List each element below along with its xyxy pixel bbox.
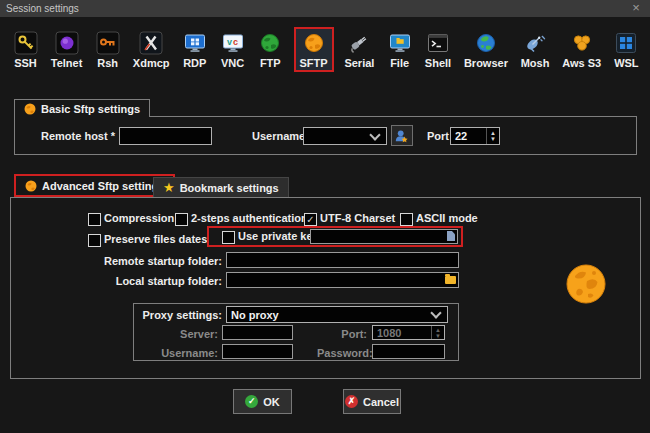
utf8-charset-label: UTF-8 Charset — [320, 212, 395, 224]
proxy-username-label: Username: — [152, 347, 218, 359]
ftp-globe-icon — [258, 30, 283, 55]
proxy-username-input[interactable] — [222, 344, 293, 359]
session-type-label: File — [390, 57, 409, 69]
local-startup-folder-input[interactable] — [226, 272, 459, 288]
session-type-bar: SSH Telnet Rsh Xdmcp RDP — [11, 27, 641, 72]
session-type-mosh[interactable]: Mosh — [519, 27, 552, 72]
session-type-label: Xdmcp — [133, 57, 170, 69]
sftp-globe-icon — [301, 30, 326, 55]
ok-button-label: OK — [263, 396, 280, 408]
browser-globe-icon — [473, 30, 498, 55]
username-label: Username — [252, 130, 305, 142]
username-combobox[interactable] — [303, 127, 387, 145]
session-type-aws-s3[interactable]: Aws S3 — [560, 27, 603, 72]
session-type-rdp[interactable]: RDP — [180, 27, 209, 72]
proxy-server-input[interactable] — [222, 325, 293, 340]
two-steps-authentication-checkbox[interactable] — [175, 213, 188, 226]
svg-text:v: v — [227, 36, 232, 46]
remote-startup-folder-label: Remote startup folder: — [100, 255, 222, 267]
tab-basic-sftp-settings[interactable]: Basic Sftp settings — [14, 99, 150, 117]
private-key-highlight-box — [207, 226, 463, 247]
preserve-files-dates-label: Preserve files dates — [104, 233, 207, 245]
vnc-monitor-icon: vc — [220, 30, 245, 55]
remote-host-label: Remote host * — [30, 130, 115, 142]
cancel-button-label: Cancel — [363, 396, 399, 408]
remote-host-input[interactable] — [119, 127, 212, 145]
local-startup-folder-label: Local startup folder: — [100, 275, 222, 287]
mosh-satellite-icon — [523, 30, 548, 55]
session-type-wsl[interactable]: WSL — [612, 27, 641, 72]
title-bar: Session settings × — [0, 0, 650, 17]
spinner-arrows-icon: ▲▼ — [431, 326, 444, 339]
proxy-port-label: Port: — [317, 328, 367, 340]
session-type-vnc[interactable]: vc VNC — [218, 27, 247, 72]
rsh-key-icon — [95, 30, 120, 55]
check-circle-icon: ✓ — [245, 395, 258, 408]
serial-plug-icon — [347, 30, 372, 55]
shell-terminal-icon — [426, 30, 451, 55]
user-add-icon — [394, 128, 410, 144]
ssh-key-icon — [13, 30, 38, 55]
window-title: Session settings — [0, 3, 79, 14]
tab-bookmark-settings[interactable]: ★ Bookmark settings — [153, 177, 289, 197]
remote-startup-folder-input[interactable] — [226, 252, 459, 268]
session-type-label: Mosh — [521, 57, 550, 69]
proxy-settings-label: Proxy settings: — [140, 309, 222, 321]
ascii-mode-checkbox[interactable] — [400, 213, 413, 226]
session-type-label: SSH — [14, 57, 37, 69]
folder-icon[interactable] — [445, 276, 456, 284]
proxy-port-value: 1080 — [373, 326, 431, 339]
tab-advanced-sftp-settings[interactable]: Advanced Sftp settings — [14, 174, 175, 197]
manage-users-button[interactable] — [391, 125, 413, 146]
compression-checkbox[interactable] — [88, 213, 101, 226]
proxy-password-input[interactable] — [372, 344, 445, 359]
svg-text:c: c — [233, 36, 238, 46]
session-type-ssh[interactable]: SSH — [11, 27, 40, 72]
proxy-server-label: Server: — [152, 328, 218, 340]
session-type-label: Rsh — [97, 57, 118, 69]
utf8-charset-checkbox[interactable] — [304, 213, 317, 226]
session-type-telnet[interactable]: Telnet — [49, 27, 85, 72]
telnet-icon — [54, 30, 79, 55]
session-settings-dialog: Session settings × SSH Telnet Rsh X — [0, 0, 650, 433]
compression-label: Compression — [104, 212, 174, 224]
rdp-monitor-icon — [182, 30, 207, 55]
session-type-browser[interactable]: Browser — [462, 27, 510, 72]
proxy-port-spinner[interactable]: 1080 ▲▼ — [372, 325, 445, 340]
tab-basic-label: Basic Sftp settings — [41, 103, 140, 115]
session-type-label: WSL — [614, 57, 638, 69]
session-type-file[interactable]: File — [385, 27, 414, 72]
port-label: Port — [427, 130, 449, 142]
xdmcp-icon — [139, 30, 164, 55]
preserve-files-dates-checkbox[interactable] — [88, 234, 101, 247]
tab-advanced-label: Advanced Sftp settings — [42, 180, 164, 192]
session-type-sftp[interactable]: SFTP — [294, 27, 334, 72]
star-icon: ★ — [163, 181, 175, 194]
ok-button[interactable]: ✓ OK — [233, 389, 292, 414]
port-value: 22 — [451, 128, 486, 144]
session-type-label: VNC — [221, 57, 244, 69]
session-type-label: RDP — [183, 57, 206, 69]
sftp-globe-icon — [25, 180, 37, 192]
session-type-label: Shell — [425, 57, 451, 69]
session-type-label: Browser — [464, 57, 508, 69]
chevron-down-icon — [369, 129, 380, 140]
port-spinner[interactable]: 22 ▲▼ — [450, 127, 500, 145]
chevron-down-icon — [430, 307, 441, 318]
spinner-arrows-icon[interactable]: ▲▼ — [486, 128, 499, 144]
tab-bookmark-label: Bookmark settings — [180, 182, 279, 194]
proxy-type-combobox[interactable]: No proxy — [226, 306, 448, 323]
session-type-rsh[interactable]: Rsh — [93, 27, 122, 72]
proxy-password-label: Password: — [317, 347, 367, 359]
session-type-ftp[interactable]: FTP — [256, 27, 285, 72]
session-type-label: SFTP — [300, 57, 328, 69]
session-type-shell[interactable]: Shell — [423, 27, 453, 72]
session-type-xdmcp[interactable]: Xdmcp — [131, 27, 172, 72]
file-monitor-icon — [387, 30, 412, 55]
cancel-button[interactable]: ✗ Cancel — [343, 389, 401, 414]
aws-s3-icon — [569, 30, 594, 55]
session-type-serial[interactable]: Serial — [342, 27, 376, 72]
proxy-type-value: No proxy — [227, 309, 432, 321]
close-icon[interactable]: × — [628, 0, 644, 17]
session-type-label: Aws S3 — [562, 57, 601, 69]
